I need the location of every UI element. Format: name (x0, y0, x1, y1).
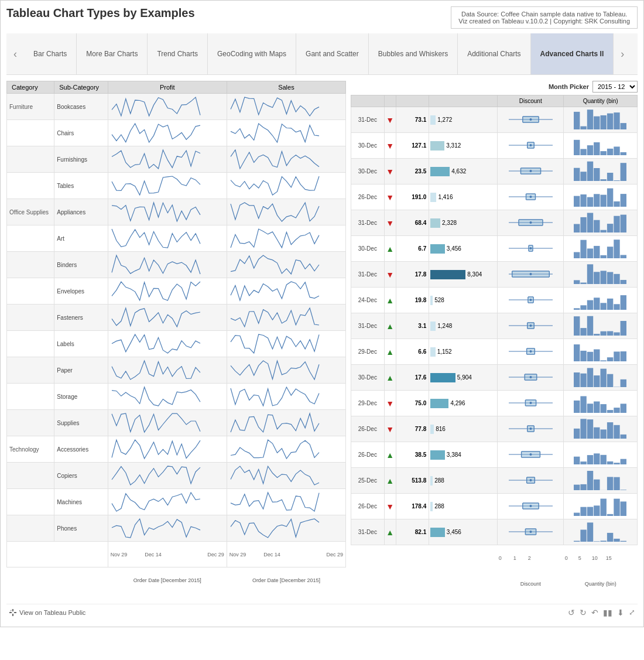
sparkline (229, 200, 320, 224)
table-row: Supplies (7, 410, 346, 436)
triangle-down: ▼ (386, 193, 394, 202)
qty-chart (573, 418, 628, 440)
table-row: Envelopes (7, 278, 346, 305)
view-on-tableau[interactable]: View on Tableau Public (9, 608, 85, 617)
triangle-up: ▲ (386, 528, 394, 537)
profit-sparkline (108, 278, 227, 305)
tab-additional[interactable]: Additional Charts (458, 33, 530, 74)
tab-advanced[interactable]: Advanced Charts II (531, 33, 614, 74)
sales-bar-cell: 1,248 (429, 313, 498, 339)
tab-more-bar-charts[interactable]: More Bar Charts (77, 33, 148, 74)
svg-rect-52 (574, 196, 580, 206)
svg-rect-89 (621, 255, 626, 258)
svg-rect-44 (621, 163, 626, 181)
col-discount: Discount (498, 95, 564, 107)
category-cell (7, 120, 54, 146)
col-quantity: Quantity (bin) (564, 95, 638, 107)
svg-rect-179 (621, 403, 626, 413)
bottom-bar: View on Tableau Public ↺ ↻ ↶ ▮▮ ⬇ ⤢ (6, 604, 638, 621)
svg-rect-39 (587, 161, 593, 180)
date-cell: 26-Dec (351, 184, 385, 210)
discount-chart (506, 160, 556, 182)
date-cell: 31-Dec (351, 107, 385, 133)
discount-chart (506, 444, 556, 465)
discount-cell (498, 365, 564, 391)
date-cell: 31-Dec (351, 313, 385, 339)
category-cell: Office Supplies (7, 199, 54, 225)
right-table-row: 26-Dec ▼ 178.4 288 (351, 494, 638, 519)
svg-rect-132 (607, 331, 613, 336)
svg-point-201 (529, 453, 532, 456)
sales-sparkline (227, 173, 345, 199)
tab-bar-charts[interactable]: Bar Charts (24, 33, 77, 74)
sales-sparkline (227, 436, 345, 463)
svg-rect-172 (574, 400, 580, 412)
profit-sparkline (108, 489, 227, 515)
right-table-row: 31-Dec ▼ 68.4 2,328 (351, 210, 638, 236)
share-icon[interactable]: ⤢ (629, 608, 635, 617)
category-cell (7, 305, 54, 331)
tab-geocoding[interactable]: GeoCoding with Maps (208, 33, 296, 74)
svg-rect-134 (621, 321, 626, 336)
qty-cell (564, 159, 638, 184)
header-row: Tableau Chart Types by Examples Data Sou… (6, 6, 638, 29)
triangle-up: ▲ (386, 296, 394, 305)
nav-next-arrow[interactable]: › (614, 33, 631, 74)
svg-rect-98 (581, 282, 587, 284)
view-label[interactable]: View on Tableau Public (19, 609, 85, 616)
value-cell: 3.1 (396, 313, 429, 339)
tab-bubbles[interactable]: Bubbles and Whiskers (369, 33, 458, 74)
svg-rect-28 (614, 146, 619, 155)
svg-rect-54 (587, 197, 593, 206)
sales-bar-cell: 3,456 (429, 236, 498, 262)
value-cell: 513.8 (396, 468, 429, 494)
pause-icon[interactable]: ▮▮ (603, 608, 612, 617)
right-table-row: 30-Dec ▼ 23.5 4,632 (351, 159, 638, 184)
svg-rect-259 (10, 609, 12, 611)
sales-bar-cell: 4,296 (429, 391, 498, 416)
tab-trend-charts[interactable]: Trend Charts (148, 33, 208, 74)
main-content: Category Sub-Category Profit Sales Furni… (6, 81, 638, 597)
svg-rect-164 (621, 379, 626, 387)
right-table-row: 29-Dec ▼ 75.0 4,296 (351, 391, 638, 416)
undo-icon[interactable]: ↺ (568, 608, 575, 617)
col-indicator (384, 95, 396, 107)
col-sub-category: Sub-Category (54, 81, 108, 94)
sub-category-cell: Accessories (54, 436, 108, 463)
sub-category-cell: Fasteners (54, 305, 108, 331)
qty-chart (573, 314, 628, 337)
date-cell: 26-Dec (351, 442, 385, 468)
download-icon[interactable]: ⬇ (617, 608, 624, 617)
sub-category-cell: Appliances (54, 199, 108, 225)
sparkline (229, 437, 320, 461)
svg-rect-248 (581, 529, 587, 542)
svg-rect-68 (581, 217, 587, 232)
qty-chart (573, 108, 628, 131)
svg-rect-72 (607, 224, 613, 232)
value-cell: 191.0 (396, 184, 429, 210)
triangle-down: ▼ (386, 270, 394, 279)
redo-icon[interactable]: ↻ (580, 608, 587, 617)
discount-cell (498, 262, 564, 288)
indicator-cell: ▲ (384, 236, 396, 262)
tab-gant-scatter[interactable]: Gant and Scatter (296, 33, 369, 74)
bottom-icons: ↺ ↻ ↶ ▮▮ ⬇ ⤢ (568, 608, 635, 617)
reset-icon[interactable]: ↶ (591, 608, 598, 617)
date-cell: 30-Dec (351, 159, 385, 184)
indicator-cell: ▼ (384, 262, 396, 288)
qty-cell (564, 494, 638, 519)
profit-sparkline (108, 199, 227, 225)
triangle-down: ▼ (386, 218, 394, 228)
profit-sparkline (108, 410, 227, 436)
profit-sparkline (108, 463, 227, 489)
qty-cell (564, 210, 638, 236)
category-cell (7, 173, 54, 199)
svg-point-231 (529, 505, 532, 507)
month-picker-select[interactable]: 2015 - 12 (592, 81, 638, 93)
right-table-row: 25-Dec ▲ 513.8 288 (351, 468, 638, 494)
nav-prev-arrow[interactable]: ‹ (6, 33, 24, 74)
svg-rect-103 (614, 273, 619, 283)
indicator-cell: ▲ (384, 313, 396, 339)
svg-rect-26 (601, 151, 607, 155)
svg-point-66 (529, 221, 532, 224)
